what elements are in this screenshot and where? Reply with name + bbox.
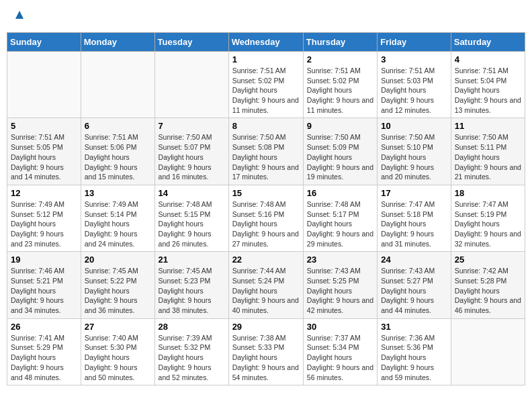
sunrise-label: Sunrise: 7:48 AM [159, 200, 212, 208]
sunrise-label: Sunrise: 7:48 AM [307, 200, 361, 208]
day-of-week-header: Wednesday [228, 33, 303, 52]
daylight-value: Daylight: 9 hours and 59 minutes. [381, 363, 434, 381]
sunrise-label: Sunrise: 7:50 AM [307, 133, 361, 141]
daylight-label: Daylight hours [307, 86, 352, 94]
day-number: 28 [159, 322, 225, 332]
sunrise-label: Sunrise: 7:50 AM [455, 133, 508, 141]
day-number: 30 [307, 322, 373, 332]
sunrise-label: Sunrise: 7:47 AM [381, 200, 435, 208]
daylight-value: Daylight: 9 hours and 36 minutes. [85, 296, 138, 314]
day-info: Sunrise: 7:50 AM Sunset: 5:11 PM Dayligh… [455, 132, 521, 181]
daylight-value: Daylight: 9 hours and 34 minutes. [11, 296, 64, 314]
sunset-label: Sunset: 5:04 PM [455, 77, 507, 85]
daylight-label: Daylight hours [455, 86, 500, 94]
day-number: 9 [307, 121, 373, 131]
day-info: Sunrise: 7:48 AM Sunset: 5:15 PM Dayligh… [159, 199, 225, 248]
daylight-value: Daylight: 9 hours and 32 minutes. [455, 230, 521, 248]
day-number: 7 [159, 121, 225, 131]
sunrise-label: Sunrise: 7:45 AM [159, 267, 212, 275]
calendar-cell: 28 Sunrise: 7:39 AM Sunset: 5:32 PM Dayl… [154, 318, 228, 385]
sunset-label: Sunset: 5:15 PM [159, 210, 211, 218]
calendar-cell: 1 Sunrise: 7:51 AM Sunset: 5:02 PM Dayli… [228, 52, 303, 118]
day-info: Sunrise: 7:39 AM Sunset: 5:32 PM Dayligh… [159, 333, 225, 382]
calendar-cell: 3 Sunrise: 7:51 AM Sunset: 5:03 PM Dayli… [378, 52, 451, 118]
daylight-label: Daylight hours [11, 220, 56, 228]
daylight-value: Daylight: 9 hours and 15 minutes. [85, 163, 138, 181]
calendar-cell: 25 Sunrise: 7:42 AM Sunset: 5:28 PM Dayl… [451, 252, 525, 318]
day-info: Sunrise: 7:51 AM Sunset: 5:02 PM Dayligh… [232, 66, 300, 115]
day-info: Sunrise: 7:40 AM Sunset: 5:30 PM Dayligh… [85, 333, 151, 382]
calendar-cell: 18 Sunrise: 7:47 AM Sunset: 5:19 PM Dayl… [451, 185, 525, 251]
sunrise-label: Sunrise: 7:47 AM [455, 200, 508, 208]
day-info: Sunrise: 7:51 AM Sunset: 5:04 PM Dayligh… [455, 66, 521, 115]
daylight-value: Daylight: 9 hours and 23 minutes. [11, 230, 64, 248]
daylight-label: Daylight hours [307, 287, 352, 295]
sunset-label: Sunset: 5:30 PM [85, 343, 137, 351]
daylight-value: Daylight: 9 hours and 44 minutes. [381, 296, 434, 314]
daylight-value: Daylight: 9 hours and 50 minutes. [85, 363, 138, 381]
daylight-value: Daylight: 9 hours and 14 minutes. [11, 163, 64, 181]
sunrise-label: Sunrise: 7:50 AM [381, 133, 435, 141]
daylight-label: Daylight hours [11, 153, 56, 161]
day-info: Sunrise: 7:41 AM Sunset: 5:29 PM Dayligh… [11, 333, 77, 382]
day-number: 22 [232, 255, 300, 265]
svg-marker-0 [15, 11, 24, 19]
sunrise-label: Sunrise: 7:42 AM [455, 267, 508, 275]
daylight-label: Daylight hours [11, 287, 56, 295]
sunset-label: Sunset: 5:06 PM [85, 143, 137, 151]
daylight-label: Daylight hours [159, 153, 204, 161]
day-number: 21 [159, 255, 225, 265]
sunset-label: Sunset: 5:17 PM [307, 210, 359, 218]
daylight-label: Daylight hours [232, 220, 277, 228]
sunset-label: Sunset: 5:11 PM [455, 143, 507, 151]
day-number: 19 [11, 255, 77, 265]
daylight-label: Daylight hours [307, 353, 352, 361]
daylight-label: Daylight hours [159, 220, 204, 228]
day-number: 2 [307, 54, 373, 64]
day-info: Sunrise: 7:43 AM Sunset: 5:27 PM Dayligh… [381, 266, 447, 315]
day-number: 6 [85, 121, 151, 131]
calendar-cell: 8 Sunrise: 7:50 AM Sunset: 5:08 PM Dayli… [228, 118, 303, 185]
daylight-value: Daylight: 9 hours and 26 minutes. [159, 230, 212, 248]
daylight-label: Daylight hours [381, 287, 426, 295]
day-info: Sunrise: 7:37 AM Sunset: 5:34 PM Dayligh… [307, 333, 373, 382]
day-number: 11 [455, 121, 521, 131]
day-info: Sunrise: 7:48 AM Sunset: 5:17 PM Dayligh… [307, 199, 373, 248]
day-info: Sunrise: 7:47 AM Sunset: 5:18 PM Dayligh… [381, 199, 447, 248]
logo-triangle-icon [15, 10, 24, 22]
sunrise-label: Sunrise: 7:50 AM [232, 133, 286, 141]
day-number: 10 [381, 121, 447, 131]
sunset-label: Sunset: 5:22 PM [85, 277, 137, 285]
daylight-label: Daylight hours [455, 287, 500, 295]
day-info: Sunrise: 7:44 AM Sunset: 5:24 PM Dayligh… [232, 266, 300, 315]
sunrise-label: Sunrise: 7:40 AM [85, 334, 138, 342]
day-of-week-header: Thursday [303, 33, 377, 52]
calendar-cell: 24 Sunrise: 7:43 AM Sunset: 5:27 PM Dayl… [378, 252, 451, 318]
day-number: 26 [11, 322, 77, 332]
sunset-label: Sunset: 5:03 PM [381, 77, 433, 85]
sunrise-label: Sunrise: 7:51 AM [381, 66, 435, 75]
sunset-label: Sunset: 5:23 PM [159, 277, 211, 285]
calendar-cell [451, 318, 525, 385]
day-info: Sunrise: 7:47 AM Sunset: 5:19 PM Dayligh… [455, 199, 521, 248]
sunset-label: Sunset: 5:25 PM [307, 277, 359, 285]
daylight-label: Daylight hours [232, 86, 277, 94]
sunrise-label: Sunrise: 7:49 AM [11, 200, 64, 208]
daylight-label: Daylight hours [159, 353, 204, 361]
daylight-value: Daylight: 9 hours and 42 minutes. [307, 296, 373, 314]
daylight-value: Daylight: 9 hours and 12 minutes. [381, 96, 434, 114]
sunrise-label: Sunrise: 7:41 AM [11, 334, 64, 342]
calendar-table: SundayMondayTuesdayWednesdayThursdayFrid… [7, 32, 525, 385]
day-info: Sunrise: 7:50 AM Sunset: 5:07 PM Dayligh… [159, 132, 225, 181]
sunset-label: Sunset: 5:27 PM [381, 277, 433, 285]
calendar-cell: 2 Sunrise: 7:51 AM Sunset: 5:02 PM Dayli… [303, 52, 377, 118]
daylight-label: Daylight hours [85, 153, 130, 161]
day-number: 4 [455, 54, 521, 64]
sunset-label: Sunset: 5:05 PM [11, 143, 63, 151]
sunset-label: Sunset: 5:07 PM [159, 143, 211, 151]
day-number: 23 [307, 255, 373, 265]
daylight-value: Daylight: 9 hours and 40 minutes. [232, 296, 299, 314]
daylight-value: Daylight: 9 hours and 11 minutes. [307, 96, 373, 114]
calendar-cell: 11 Sunrise: 7:50 AM Sunset: 5:11 PM Dayl… [451, 118, 525, 185]
sunrise-label: Sunrise: 7:49 AM [85, 200, 138, 208]
